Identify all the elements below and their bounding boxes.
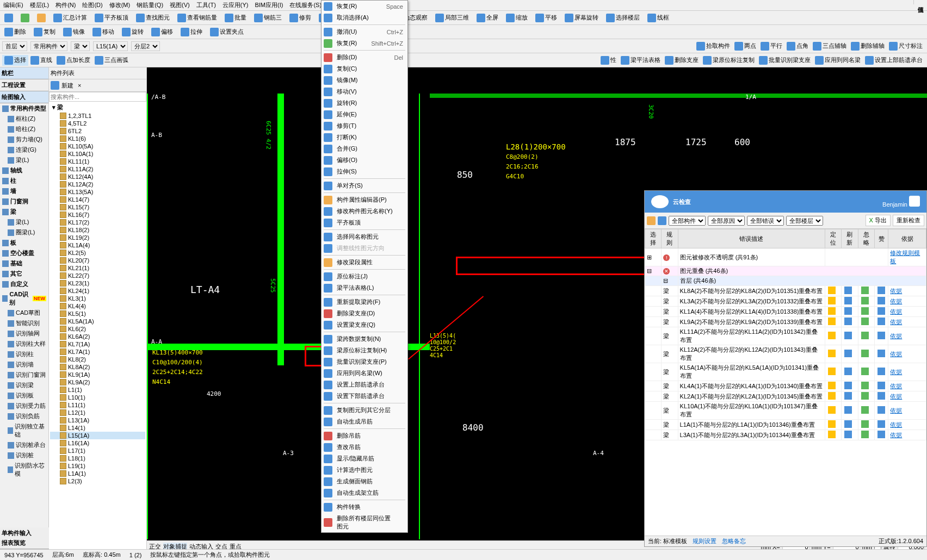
error-row[interactable]: 梁KL11A(2)不能与分层2的KL11A(2)(ID为101342)重叠布置依… [645, 327, 926, 345]
ignore-icon[interactable] [861, 382, 869, 389]
locate-icon[interactable] [828, 406, 836, 414]
menu-item[interactable]: 打断(K) [322, 132, 407, 143]
menu-item[interactable]: 应用到同名梁(W) [322, 368, 407, 379]
like-icon[interactable] [877, 297, 885, 304]
component-item[interactable]: KL6A(2) [50, 333, 145, 340]
menu-item[interactable]: 修改(M) [106, 0, 134, 10]
menu-item[interactable]: 移动(V) [322, 86, 407, 97]
menu-item[interactable]: 自动生成架立筋 [322, 487, 407, 499]
menu-item[interactable]: 延伸(E) [322, 109, 407, 120]
toolbar-button[interactable]: 点加长度 [54, 55, 92, 66]
recheck-btn[interactable]: 重新检查 [893, 215, 924, 226]
component-item[interactable]: L13(1A) [50, 416, 145, 424]
error-row[interactable]: 梁KL8A(2)不能与分层2的KL8A(2)(ID为101351)重叠布置依据 [645, 286, 926, 296]
toolbar-button[interactable]: 批量识别梁支座 [757, 55, 813, 66]
filter-reason[interactable]: 全部原因 [708, 216, 745, 226]
toolbar-button[interactable]: 平行 [758, 41, 784, 52]
component-item[interactable]: KL9(1A) [50, 371, 145, 378]
menu-item[interactable]: BIM应用(I) [251, 0, 286, 10]
menu-item[interactable]: 云应用(Y) [219, 0, 252, 10]
toolbar-button[interactable]: 旋转 [120, 27, 146, 38]
menu-item[interactable]: 合并(G) [322, 143, 407, 154]
property-panel-tab[interactable]: 属性值 [913, 0, 927, 4]
col-header[interactable]: 赞 [875, 229, 888, 248]
locate-icon[interactable] [828, 318, 836, 325]
ignore-icon[interactable] [861, 420, 869, 428]
error-row[interactable]: 梁L3A(1)不能与分层2的L3A(1)(ID为101344)重叠布置依据 [645, 430, 926, 440]
view-icon[interactable] [647, 216, 656, 225]
locate-icon[interactable] [828, 368, 836, 375]
error-row[interactable]: 梁KL9A(2)不能与分层2的KL9A(2)(ID为101339)重叠布置依据 [645, 317, 926, 327]
menu-item[interactable]: 梁原位标注复制(H) [322, 345, 407, 356]
error-row[interactable]: 梁KL12A(2)不能与分层2的KL12A(2)(ID为101343)重叠布置依… [645, 345, 926, 363]
error-row[interactable]: 梁KL4A(1)不能与分层2的KL4A(1)(ID为101340)重叠布置依据 [645, 381, 926, 391]
component-item[interactable]: KL5A(1A) [50, 318, 145, 325]
filter-error[interactable]: 全部错误 [747, 216, 784, 226]
locate-icon[interactable] [828, 431, 836, 438]
locate-icon[interactable] [828, 307, 836, 315]
locate-icon[interactable] [828, 420, 836, 428]
component-item[interactable]: KL5(1) [50, 310, 145, 318]
menu-item[interactable]: 批量识别梁支座(P) [322, 356, 407, 368]
ignore-icon[interactable] [861, 392, 869, 400]
tree-item[interactable]: 识别梁 [0, 380, 48, 390]
tree-item[interactable]: 暗柱(Z) [0, 124, 48, 134]
toolbar-button[interactable]: 平齐板顶 [92, 13, 131, 23]
component-item[interactable]: KL1A(4) [50, 241, 145, 249]
toolbar-button[interactable]: 尺寸标注 [887, 41, 925, 52]
tree-item[interactable]: 识别负筋 [0, 411, 48, 421]
error-row[interactable]: 梁KL2A(1)不能与分层2的KL2A(1)(ID为101345)重叠布置依据 [645, 391, 926, 402]
menu-item[interactable]: 重新提取梁跨(F) [322, 296, 407, 308]
tree-item[interactable]: 识别板 [0, 390, 48, 401]
ignore-icon[interactable] [861, 406, 869, 414]
component-item[interactable]: KL16(7) [50, 211, 145, 219]
like-icon[interactable] [877, 431, 885, 438]
menu-item[interactable]: 复制图元到其它分层 [322, 405, 407, 416]
toolbar-button[interactable]: 拾取构件 [694, 41, 732, 52]
component-item[interactable]: KL9A(2) [50, 378, 145, 386]
new-tab[interactable]: 新建 [61, 82, 73, 90]
filter-comp[interactable]: 全部构件 [669, 216, 706, 226]
component-item[interactable]: KL24(1) [50, 287, 145, 295]
component-item[interactable]: KL12A(2) [50, 181, 145, 188]
component-item[interactable]: KL17(2) [50, 219, 145, 226]
component-item[interactable]: L17(1) [50, 447, 145, 455]
menu-item[interactable]: 楼层(L) [27, 0, 52, 10]
menu-item[interactable]: 删除梁支座(D) [322, 308, 407, 319]
nav-tab[interactable]: 航栏 [0, 67, 48, 79]
layer-select[interactable]: 分层2 [131, 41, 160, 51]
component-item[interactable]: L16(1A) [50, 439, 145, 447]
locate-icon[interactable] [828, 382, 836, 389]
error-row[interactable]: 梁KL10A(1)不能与分层2的KL10A(1)(ID为101347)重叠布置依… [645, 402, 926, 420]
menu-item[interactable]: 修改构件图元名称(Y) [322, 206, 407, 217]
component-item[interactable]: KL15(7) [50, 203, 145, 211]
menu-item[interactable]: 选择同名称图元 [322, 231, 407, 242]
toolbar-button[interactable]: 设置夹点 [208, 27, 246, 38]
toolbar-button[interactable]: 直线 [28, 55, 54, 66]
component-item[interactable]: KL22(7) [50, 272, 145, 279]
tree-item[interactable]: 识别柱 [0, 349, 48, 359]
toolbar-button[interactable]: 设置上部筋遗承台 [863, 55, 925, 66]
tree-item[interactable]: 识别独立基础 [0, 421, 48, 440]
toolbar-button[interactable]: 线框 [645, 13, 671, 23]
component-item[interactable]: L10(1) [50, 394, 145, 401]
tree-item[interactable]: 智能识别 [0, 318, 48, 328]
menu-item[interactable]: 修改梁段属性 [322, 257, 407, 268]
group-header[interactable]: 自定义 [0, 279, 48, 289]
component-item[interactable]: KL19(2) [50, 234, 145, 241]
component-item[interactable]: 1,2,3TL1 [50, 112, 145, 120]
menu-item[interactable]: 拉伸(S) [322, 166, 407, 177]
component-item[interactable]: KL23(1) [50, 279, 145, 287]
menu-item[interactable]: 旋转(R) [322, 97, 407, 109]
toolbar-button[interactable]: 查找图元 [134, 13, 172, 23]
locate-icon[interactable] [828, 287, 836, 294]
like-icon[interactable] [877, 307, 885, 315]
like-icon[interactable] [877, 392, 885, 400]
like-icon[interactable] [877, 332, 885, 339]
refresh-icon[interactable] [844, 392, 852, 400]
toolbar-button[interactable]: 选择 [2, 55, 28, 66]
tree-item[interactable]: CAD草图 [0, 308, 48, 318]
toolbar-button[interactable]: 批量 [223, 13, 249, 23]
component-item[interactable]: L14(1) [50, 424, 145, 432]
menu-item[interactable]: 修剪(T) [322, 120, 407, 132]
